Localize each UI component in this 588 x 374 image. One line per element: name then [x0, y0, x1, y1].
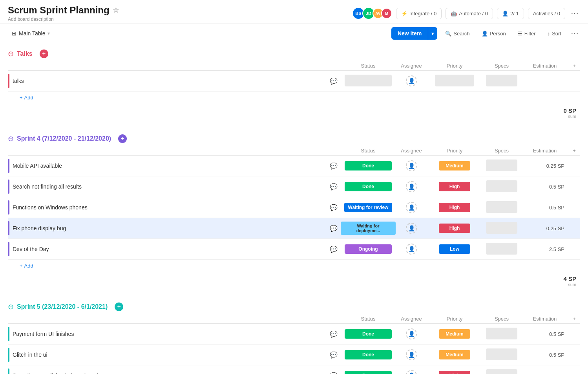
status-badge: Done: [345, 161, 392, 170]
priority-cell[interactable]: High: [427, 182, 482, 191]
search-action[interactable]: 🔍 Search: [441, 28, 473, 39]
automate-label: Automate / 0: [459, 11, 488, 16]
assignee-cell[interactable]: 👤: [396, 223, 427, 234]
table-row[interactable]: Sometimes spellcheck doesn't work 💬 Done…: [8, 365, 580, 374]
filter-icon: ☰: [518, 31, 522, 37]
sprint4-add-row[interactable]: + Add: [8, 260, 580, 272]
assignee-cell[interactable]: 👤: [396, 328, 427, 339]
table-row[interactable]: talks 💬 👤: [8, 71, 580, 92]
members-button[interactable]: 👤 2/ 1: [497, 8, 524, 19]
table-row[interactable]: Mobile API available 💬 Done 👤 Medium 0.2…: [8, 156, 580, 176]
row-name-text: Payment form UI finishes: [13, 331, 327, 337]
comment-icon[interactable]: 💬: [330, 372, 338, 374]
table-row[interactable]: Payment form UI finishes 💬 Done 👤 Medium…: [8, 324, 580, 345]
s5-col-add[interactable]: +: [568, 316, 580, 322]
status-cell[interactable]: Done: [341, 329, 396, 339]
comment-icon[interactable]: 💬: [330, 77, 338, 85]
specs-cell[interactable]: [482, 369, 521, 374]
priority-cell[interactable]: High: [427, 371, 482, 374]
talks-add-row[interactable]: + Add: [8, 92, 580, 104]
status-cell[interactable]: Done: [341, 182, 396, 191]
row-name-text: Mobile API available: [13, 163, 327, 169]
specs-cell[interactable]: [482, 243, 521, 256]
group-sprint4-add-button[interactable]: +: [118, 134, 127, 143]
status-cell[interactable]: Waiting for deployme...: [341, 222, 396, 235]
assignee-cell[interactable]: 👤: [396, 160, 427, 171]
status-cell[interactable]: Ongoing: [341, 244, 396, 254]
star-icon[interactable]: ☆: [113, 6, 119, 15]
assignee-cell[interactable]: 👤: [396, 349, 427, 360]
priority-cell[interactable]: Medium: [427, 161, 482, 170]
assignee-cell[interactable]: 👤: [396, 181, 427, 192]
status-cell[interactable]: Waiting for review: [341, 203, 396, 212]
comment-icon[interactable]: 💬: [330, 225, 338, 232]
row-name-text: Fix phone display bug: [13, 225, 327, 231]
status-cell[interactable]: Done: [341, 161, 396, 170]
group-sprint4-toggle[interactable]: ⊖: [8, 134, 14, 143]
person-label: Person: [490, 31, 506, 37]
comment-icon[interactable]: 💬: [330, 162, 338, 170]
integrate-button[interactable]: ⚡ Integrate / 0: [396, 8, 442, 19]
specs-cell[interactable]: [482, 328, 521, 341]
table-row[interactable]: Dev of the Day 💬 Ongoing 👤 Low 2.5 SP: [8, 239, 580, 260]
table-row[interactable]: Search not finding all results 💬 Done 👤 …: [8, 176, 580, 197]
table-row-highlighted[interactable]: Fix phone display bug 💬 Waiting for depl…: [8, 218, 580, 239]
specs-cell[interactable]: [482, 160, 521, 172]
specs-cell[interactable]: [482, 222, 521, 235]
members-icon: 👤: [502, 11, 508, 16]
priority-cell[interactable]: High: [427, 203, 482, 212]
assignee-cell[interactable]: 👤: [396, 75, 427, 86]
specs-cell[interactable]: [482, 348, 521, 361]
status-cell[interactable]: [341, 75, 396, 88]
new-item-dropdown-button[interactable]: ▾: [428, 27, 437, 40]
row-name-cell: Payment form UI finishes 💬: [8, 324, 341, 344]
assignee-cell[interactable]: 👤: [396, 244, 427, 255]
person-action[interactable]: 👤 Person: [478, 28, 510, 39]
priority-cell[interactable]: Medium: [427, 350, 482, 359]
group-sprint5-add-button[interactable]: +: [115, 302, 123, 311]
specs-cell[interactable]: [482, 75, 521, 88]
comment-icon[interactable]: 💬: [330, 204, 338, 211]
board-subtitle[interactable]: Add board description: [8, 16, 119, 22]
person-icon: 👤: [482, 31, 488, 37]
comment-icon[interactable]: 💬: [330, 330, 338, 338]
toolbar-more-button[interactable]: ⋯: [569, 27, 580, 40]
priority-cell[interactable]: High: [427, 224, 482, 233]
assignee-placeholder: 👤: [406, 244, 417, 255]
search-label: Search: [453, 31, 469, 37]
main-table-button[interactable]: ⊞ Main Table ▾: [8, 28, 54, 39]
status-cell[interactable]: Done: [341, 371, 396, 374]
status-cell[interactable]: Done: [341, 350, 396, 359]
specs-cell[interactable]: [482, 201, 521, 214]
priority-cell[interactable]: Medium: [427, 329, 482, 339]
talks-table-header: Status Assignee Priority Specs Estimatio…: [8, 61, 580, 71]
sort-action[interactable]: ↕ Sort: [544, 28, 565, 39]
filter-action[interactable]: ☰ Filter: [514, 28, 540, 39]
assignee-cell[interactable]: 👤: [396, 370, 427, 374]
s5-col-name: [8, 316, 341, 322]
comment-icon[interactable]: 💬: [330, 183, 338, 191]
comment-icon[interactable]: 💬: [330, 246, 338, 253]
activities-button[interactable]: Activities / 0: [528, 8, 565, 19]
group-talks-add-button[interactable]: +: [40, 50, 48, 58]
header-right: BS JD AV M ⚡ Integrate / 0 🤖 Automate / …: [352, 7, 580, 20]
new-item-button[interactable]: New Item: [391, 27, 428, 40]
group-talks-toggle[interactable]: ⊖: [8, 50, 14, 58]
table-row[interactable]: Functions on Windows phones 💬 Waiting fo…: [8, 197, 580, 218]
group-sprint5-toggle[interactable]: ⊖: [8, 302, 14, 311]
members-label: 2/ 1: [510, 11, 519, 16]
priority-cell[interactable]: [427, 75, 482, 88]
talks-col-add[interactable]: +: [568, 63, 580, 69]
s4-col-add[interactable]: +: [568, 148, 580, 154]
priority-cell[interactable]: Low: [427, 244, 482, 254]
specs-cell[interactable]: [482, 180, 521, 193]
automate-button[interactable]: 🤖 Automate / 0: [446, 8, 493, 19]
comment-icon[interactable]: 💬: [330, 351, 338, 359]
s4-col-priority: Priority: [427, 148, 482, 154]
header-more-button[interactable]: ⋯: [569, 7, 580, 20]
assignee-cell[interactable]: 👤: [396, 202, 427, 213]
assignee-placeholder: 👤: [406, 349, 417, 360]
table-row[interactable]: Glitch in the ui 💬 Done 👤 Medium 0.5 SP: [8, 345, 580, 365]
estimation-cell: 0.25 SP: [521, 226, 568, 231]
group-sprint5-title: Sprint 5 (23/12/2020 - 6/1/2021): [17, 303, 108, 310]
